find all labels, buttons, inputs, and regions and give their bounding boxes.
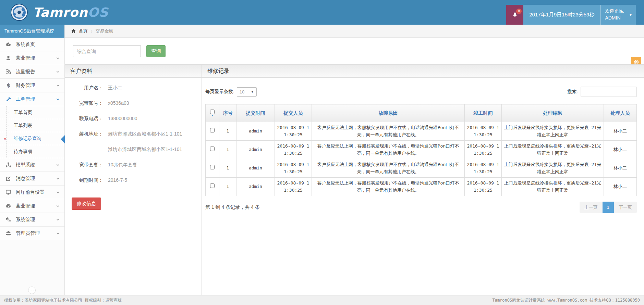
chevron-down-icon xyxy=(56,56,60,60)
welcome-text: 欢迎光临, xyxy=(605,8,624,14)
logo-text-primary: Tamron xyxy=(33,5,88,20)
notification-button[interactable]: 8 xyxy=(506,5,523,25)
cell-result: 上门后发现是皮线冷接头损坏，更换后光衰-21光猫正常上网正常 xyxy=(502,178,604,196)
cell-result: 上门后发现是皮线冷接头损坏，更换后光衰-21光猫正常上网正常 xyxy=(502,141,604,159)
table-search-input[interactable] xyxy=(581,87,637,97)
admin-dropdown[interactable]: 欢迎光临, ADMIN ▼ xyxy=(600,5,636,25)
cell-submitter: admin xyxy=(236,141,275,159)
sidebar-item-workorder-mgmt[interactable]: 工单管理 xyxy=(0,92,64,106)
dollar-icon: $ xyxy=(5,82,11,88)
next-page-button[interactable]: 下一页 xyxy=(614,202,637,213)
customer-field-row-continued: 潍坊市潍城区西城名都小区1-1-101 xyxy=(65,147,202,153)
repair-records-table: ▼ 序号提交时间提交人员故障原因竣工时间处理结果处理人员 1admin2016-… xyxy=(205,104,637,196)
cell-submit-time: 2016-08-09 11:30:25 xyxy=(275,159,312,178)
cell-submitter: admin xyxy=(236,159,275,178)
prev-page-button[interactable]: 上一页 xyxy=(580,202,603,213)
cell-serial: 1 xyxy=(219,159,236,178)
field-label: 装机地址： xyxy=(65,131,103,137)
sidebar-item-business-mgmt[interactable]: 营业管理 xyxy=(0,51,64,65)
customer-field-row: 用户名：王小二 xyxy=(65,85,202,91)
select-all-header-cell: ▼ xyxy=(206,104,219,122)
users-icon xyxy=(5,230,11,236)
sidebar-item-traffic-report[interactable]: 流量报告 xyxy=(0,65,64,79)
breadcrumb-home-link[interactable]: 首页 xyxy=(79,28,88,34)
sidebar-item-finance-mgmt[interactable]: $财务管理 xyxy=(0,79,64,92)
chevron-down-icon xyxy=(56,177,60,181)
chevron-down-icon xyxy=(56,218,60,222)
home-icon xyxy=(71,28,76,34)
cell-select xyxy=(206,141,219,159)
sidebar-subitem-workorder-home[interactable]: 工单首页 xyxy=(0,106,64,119)
row-checkbox[interactable] xyxy=(210,165,215,169)
sidebar-item-label: 系统管理 xyxy=(16,217,35,223)
records-panel-title: 维修记录 xyxy=(202,65,644,78)
cell-finish-time: 2016-08-09 11:30:25 xyxy=(465,122,502,141)
row-checkbox[interactable] xyxy=(210,147,215,151)
sidebar-item-model-system[interactable]: 模型系统 xyxy=(0,158,64,172)
sidebar-collapse-toggle[interactable]: ··· xyxy=(28,287,36,294)
dashboard-icon xyxy=(5,41,11,47)
desktop-icon xyxy=(5,189,11,195)
select-all-checkbox[interactable] xyxy=(210,110,215,114)
logo-text-secondary: OS xyxy=(88,5,108,20)
sidebar-item-system-home[interactable]: 系统首页 xyxy=(0,38,64,51)
sidebar-subitem-repair-record-query[interactable]: »维修记录查询 xyxy=(0,132,64,145)
field-value: x0536a03 xyxy=(108,100,129,106)
customer-field-row: 装机地址：潍坊市潍城区西城名都小区1-1-101 xyxy=(65,131,202,137)
query-button[interactable]: 查询 xyxy=(146,45,166,57)
sidebar-item-label: 模型系统 xyxy=(16,162,35,168)
breadcrumb-separator: › xyxy=(91,28,93,34)
field-label: 宽带套餐： xyxy=(65,162,103,168)
username-text: ADMIN xyxy=(605,14,624,21)
sidebar-subitem-label: 待办事项 xyxy=(14,149,32,154)
sidebar-title: TamronOS后台管理系统 xyxy=(0,25,64,38)
records-summary: 第 1 到 4 条记录，共 4 条 xyxy=(205,204,260,211)
page-size-select[interactable]: 10 ▼ xyxy=(237,87,257,97)
cell-handler: 林小二 xyxy=(604,141,637,159)
cell-submit-time: 2016-08-09 11:30:25 xyxy=(275,178,312,196)
table-footer: 第 1 到 4 条记录，共 4 条 上一页 1 下一页 xyxy=(205,202,637,213)
cell-finish-time: 2016-08-09 11:30:25 xyxy=(465,141,502,159)
svg-text:$: $ xyxy=(7,82,10,88)
cell-result: 上门后发现是皮线冷接头损坏，更换后光衰-21光猫正常上网正常 xyxy=(502,159,604,178)
column-header: 序号 xyxy=(219,104,236,122)
edit-icon xyxy=(5,176,11,181)
top-header-bar: TamronOS 8 2017年1月9日15时23分59秒 欢迎光临, ADMI… xyxy=(0,0,644,25)
cell-handler: 林小二 xyxy=(604,178,637,196)
chevron-down-icon xyxy=(56,231,60,236)
global-search-input[interactable] xyxy=(73,45,141,57)
chevron-down-icon xyxy=(56,163,60,167)
row-checkbox[interactable] xyxy=(210,183,215,188)
notification-badge: 8 xyxy=(516,9,522,14)
user-icon xyxy=(5,55,11,61)
table-search-label: 搜索: xyxy=(567,89,578,95)
cell-finish-time: 2016-08-09 11:30:25 xyxy=(465,178,502,196)
sidebar-subitem-workorder-list[interactable]: 工单列表 xyxy=(0,119,64,132)
chevron-down-icon xyxy=(56,190,60,194)
cell-handler: 林小二 xyxy=(604,122,637,141)
customer-field-row: 宽带账号：x0536a03 xyxy=(65,100,202,106)
table-row: 1admin2016-08-09 11:30:25客户反应无法上网，客服核实发现… xyxy=(206,141,637,159)
sidebar-menu: 系统首页营业管理流量报告$财务管理工单管理工单首页工单列表»维修记录查询待办事项… xyxy=(0,38,64,240)
footer-license-text: 授权使用：潍坊家园驿站电子技术有限公司 授权级别：运营商版 xyxy=(4,297,122,303)
sidebar-item-system-mgmt[interactable]: 系统管理 xyxy=(0,213,64,227)
sidebar-item-webhall-settings[interactable]: 网厅前台设置 xyxy=(0,186,64,199)
sidebar-item-business-mgmt-2[interactable]: 营业管理 xyxy=(0,199,64,213)
column-header: 提交时间 xyxy=(236,104,275,122)
edit-info-button[interactable]: 修改信息 xyxy=(72,198,101,210)
sidebar-item-admin-mgmt[interactable]: 管理员管理 xyxy=(0,227,64,240)
caret-down-icon: ▼ xyxy=(251,90,254,93)
page-1-button[interactable]: 1 xyxy=(603,202,614,213)
row-checkbox[interactable] xyxy=(210,128,215,132)
cell-select xyxy=(206,122,219,141)
cell-serial: 1 xyxy=(219,141,236,159)
sidebar-item-message-mgmt[interactable]: 消息管理 xyxy=(0,172,64,186)
submenu-workorder-mgmt: 工单首页工单列表»维修记录查询待办事项 xyxy=(0,106,64,158)
dashboard-icon xyxy=(5,203,11,209)
field-value: 潍坊市潍城区西城名都小区1-1-101 xyxy=(108,147,182,153)
column-header: 处理人员 xyxy=(604,104,637,122)
column-header: 提交人员 xyxy=(275,104,312,122)
field-value: 10兆包年套餐 xyxy=(108,162,137,168)
sidebar-subitem-todo-items[interactable]: 待办事项 xyxy=(0,145,64,158)
cell-submitter: admin xyxy=(236,178,275,196)
